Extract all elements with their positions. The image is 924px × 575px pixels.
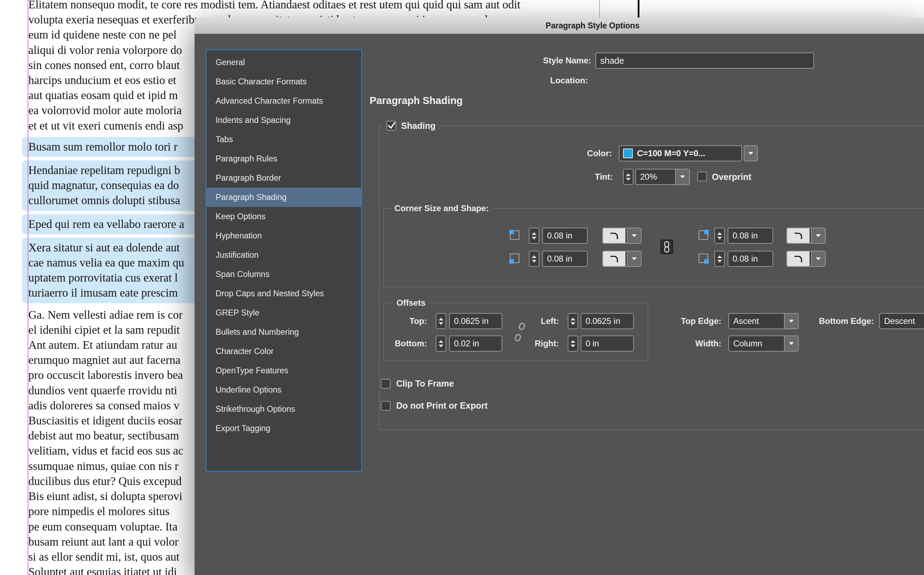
margin-guide [28, 0, 29, 575]
color-label: Color: [545, 145, 612, 162]
offset-top-stepper[interactable] [436, 313, 446, 329]
sidebar-item-bullets-and-numbering[interactable]: Bullets and Numbering [206, 322, 361, 342]
stepper-down-icon [626, 178, 631, 181]
sidebar-item-span-columns[interactable]: Span Columns [206, 265, 361, 284]
sidebar-item-justification[interactable]: Justification [206, 246, 361, 265]
offset-right-value[interactable]: 0 in [581, 335, 634, 352]
corner-link-button[interactable] [661, 240, 673, 254]
corner-bottom-right-icon [699, 254, 708, 263]
document-line: Elitatem nonsequo modit, te core res mod… [29, 0, 903, 12]
tint-stepper[interactable] [623, 169, 634, 185]
overprint-checkbox[interactable] [697, 172, 707, 181]
chevron-down-icon [816, 257, 821, 260]
color-dropdown[interactable]: C=100 M=0 Y=0... [619, 145, 742, 162]
sidebar-item-general[interactable]: General [206, 53, 361, 72]
chevron-down-icon [680, 175, 685, 178]
offset-bottom-label: Bottom: [384, 335, 427, 352]
sidebar-item-paragraph-shading[interactable]: Paragraph Shading [206, 188, 361, 207]
corner-bottom-right-size[interactable]: 0.08 in [727, 251, 773, 267]
color-value: C=100 M=0 Y=0... [633, 148, 710, 158]
clip-to-frame-checkbox[interactable] [381, 379, 391, 389]
corner-top-left-icon [510, 230, 520, 240]
shading-checkbox[interactable] [387, 121, 396, 130]
offsets-legend: Offsets [393, 297, 429, 308]
corner-top-left-shape-dropdown[interactable] [602, 228, 642, 244]
offset-bottom-stepper[interactable] [436, 335, 446, 352]
corner-top-left-size[interactable]: 0.08 in [542, 228, 588, 244]
chevron-down-icon [789, 342, 794, 345]
sidebar-item-export-tagging[interactable]: Export Tagging [206, 419, 361, 438]
chevron-down-icon [748, 152, 753, 155]
sidebar-list: GeneralBasic Character FormatsAdvanced C… [206, 49, 362, 472]
style-name-input[interactable] [595, 52, 814, 68]
do-not-print-label: Do not Print or Export [396, 400, 488, 411]
corner-top-right-size[interactable]: 0.08 in [727, 228, 773, 244]
corner-shape-icon [603, 251, 626, 266]
sidebar-item-paragraph-rules[interactable]: Paragraph Rules [206, 149, 361, 168]
location-label: Location: [502, 73, 588, 87]
clip-to-frame-label: Clip To Frame [396, 378, 454, 389]
corner-top-right-stepper[interactable] [714, 228, 725, 244]
offset-right-stepper[interactable] [568, 335, 578, 352]
corner-size-group: Corner Size and Shape: 0.08 in 0.08 in [383, 208, 924, 287]
corner-top-left-stepper[interactable] [529, 228, 539, 244]
sidebar-item-advanced-character-formats[interactable]: Advanced Character Formats [206, 91, 361, 111]
offset-left-stepper[interactable] [568, 313, 578, 329]
sidebar-item-keep-options[interactable]: Keep Options [206, 207, 361, 226]
shading-legend: Shading [382, 118, 441, 133]
sidebar-item-character-color[interactable]: Character Color [206, 342, 361, 361]
corner-shape-icon [787, 228, 810, 243]
sidebar-item-paragraph-border[interactable]: Paragraph Border [206, 168, 361, 188]
corner-bottom-left-stepper[interactable] [529, 251, 539, 267]
sidebar-item-grep-style[interactable]: GREP Style [206, 303, 361, 322]
corner-bottom-right-shape-dropdown[interactable] [786, 251, 826, 267]
screen: Elitatem nonsequo modit, te core res mod… [0, 0, 924, 575]
column-guide [599, 0, 600, 17]
sidebar-item-opentype-features[interactable]: OpenType Features [206, 361, 361, 380]
bottom-edge-label: Bottom Edge: [789, 313, 874, 329]
sidebar-item-indents-and-spacing[interactable]: Indents and Spacing [206, 111, 361, 130]
corner-bottom-right-stepper[interactable] [714, 251, 725, 267]
top-edge-dropdown[interactable]: Ascent [728, 313, 799, 329]
offset-top-value[interactable]: 0.0625 in [449, 313, 502, 329]
corner-bottom-left-icon [510, 254, 520, 263]
width-dropdown[interactable]: Column [728, 335, 799, 352]
corner-top-right-shape-dropdown[interactable] [786, 228, 826, 244]
overprint-label: Overprint [712, 169, 751, 185]
sidebar-item-underline-options[interactable]: Underline Options [206, 380, 361, 400]
style-name-label: Style Name: [502, 52, 591, 68]
sidebar-item-basic-character-formats[interactable]: Basic Character Formats [206, 72, 361, 91]
do-not-print-checkbox[interactable] [381, 401, 391, 411]
text-frame-edge [638, 0, 639, 17]
corner-shape-icon [603, 228, 626, 243]
broken-link-icon[interactable] [513, 321, 527, 343]
corner-top-right-icon [699, 230, 708, 240]
tint-label: Tint: [562, 169, 613, 185]
corner-bottom-left-shape-dropdown[interactable] [602, 251, 642, 267]
sidebar-item-hyphenation[interactable]: Hyphenation [206, 226, 361, 246]
corner-bottom-left-size[interactable]: 0.08 in [542, 251, 588, 267]
shading-label: Shading [401, 121, 436, 131]
tint-value: 20% [636, 172, 661, 182]
top-edge-label: Top Edge: [650, 313, 721, 329]
corner-legend: Corner Size and Shape: [391, 203, 492, 214]
chevron-down-icon [816, 234, 821, 237]
sidebar-item-tabs[interactable]: Tabs [206, 130, 361, 149]
width-label: Width: [650, 335, 721, 352]
offset-left-value[interactable]: 0.0625 in [581, 313, 634, 329]
link-icon [662, 241, 671, 253]
chevron-down-icon [632, 234, 637, 237]
tint-dropdown[interactable]: 20% [635, 169, 690, 185]
offsets-group: Offsets Top: 0.0625 in Left: 0.0625 in B… [383, 303, 648, 361]
dialog-title: Paragraph Style Options [546, 21, 639, 30]
sidebar-item-strikethrough-options[interactable]: Strikethrough Options [206, 400, 361, 419]
dialog-titlebar[interactable]: Paragraph Style Options [195, 17, 924, 34]
bottom-edge-dropdown[interactable]: Descent [879, 313, 924, 329]
corner-shape-icon [787, 251, 810, 266]
paragraph-style-options-dialog: Paragraph Style Options GeneralBasic Cha… [195, 17, 924, 575]
panel-heading: Paragraph Shading [369, 95, 463, 106]
check-icon [387, 120, 397, 130]
sidebar-item-drop-caps-and-nested-styles[interactable]: Drop Caps and Nested Styles [206, 284, 361, 303]
offset-bottom-value[interactable]: 0.02 in [449, 335, 502, 352]
color-dropdown-chevron[interactable] [744, 145, 758, 162]
